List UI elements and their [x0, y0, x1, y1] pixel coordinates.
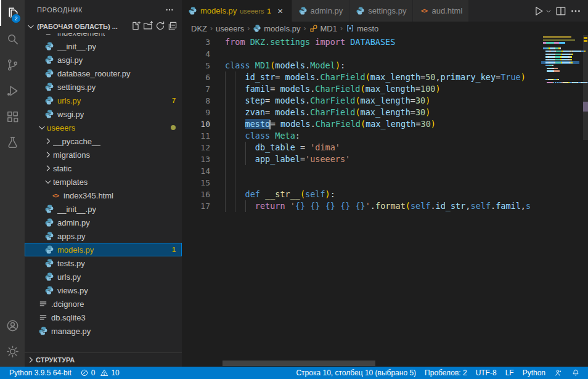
close-icon[interactable]: ×: [276, 6, 285, 16]
activity-item-explorer[interactable]: 2: [0, 0, 25, 26]
tree-item-label: apps.py: [57, 232, 86, 241]
tree-item-.dcignore[interactable]: .dcignore: [25, 297, 182, 311]
token: max_length: [361, 96, 410, 105]
tree-item-tests.py[interactable]: tests.py: [25, 256, 182, 270]
error-count: 0: [91, 369, 96, 377]
breadcrumb: DKZ›useeers›models.py›MD1›mesto: [182, 22, 588, 35]
line-number: 14: [182, 165, 210, 177]
tree-item-urls.py[interactable]: urls.py7: [25, 94, 182, 107]
tree-item-indexelement[interactable]: indexelement: [25, 33, 182, 39]
indent-guide: [225, 153, 226, 165]
tree-item-wsgi.py[interactable]: wsgi.py: [25, 107, 182, 121]
token: s: [526, 201, 531, 211]
code-line-11[interactable]: 11 class Meta:: [182, 130, 536, 142]
activity-item-testing[interactable]: [0, 129, 25, 155]
code-line-13[interactable]: 13 app_label='useeers': [182, 153, 536, 165]
indent-guide: [225, 130, 226, 142]
overview-ruler[interactable]: [583, 35, 588, 359]
breadcrumb-item-MD1[interactable]: MD1: [309, 24, 337, 33]
tree-item-__init__.py[interactable]: __init__.py: [25, 39, 182, 53]
token: ': [290, 201, 295, 211]
code-line-17[interactable]: 17 return '{} {} {} {} {}'.format(self.i…: [182, 200, 536, 212]
vertical-scrollbar-slider[interactable]: [583, 35, 588, 140]
split-editor-button[interactable]: [555, 5, 567, 17]
breadcrumb-item-mesto[interactable]: mesto: [346, 24, 378, 33]
tree-item-settings.py[interactable]: settings.py: [25, 80, 182, 94]
run-button[interactable]: [533, 5, 545, 17]
minimap[interactable]: [541, 35, 583, 359]
breadcrumb-item-models.py[interactable]: models.py: [253, 24, 300, 33]
refresh-icon[interactable]: [155, 20, 166, 31]
code-line-4[interactable]: 4: [182, 48, 536, 60]
tree-item-static[interactable]: static: [25, 161, 182, 175]
code-line-6[interactable]: 6 id_str= models.CharField(max_length=50…: [182, 71, 536, 83]
breadcrumb-item-useeers[interactable]: useeers: [216, 24, 244, 33]
warning-icon: [100, 369, 108, 377]
status-feedback[interactable]: [550, 367, 567, 379]
editor-group: models.pyuseeers1×admin.pysettings.py<>a…: [182, 0, 588, 367]
workspace-section-header[interactable]: (РАБОЧАЯ ОБЛАСТЬ) ...: [25, 20, 182, 33]
status-problems[interactable]: 010: [76, 367, 124, 379]
tab-aud.html[interactable]: <>aud.html: [413, 0, 469, 22]
tree-item-asgi.py[interactable]: asgi.py: [25, 53, 182, 67]
activity-item-run-and-debug[interactable]: [0, 78, 25, 104]
status-indentation[interactable]: Пробелов: 2: [420, 367, 472, 379]
tree-item-__pycache__[interactable]: __pycache__: [25, 134, 182, 148]
tree-item-index345.html[interactable]: <>index345.html: [25, 189, 182, 202]
code-line-14[interactable]: 14: [182, 165, 536, 177]
token: .: [305, 60, 310, 70]
new-folder-icon[interactable]: [142, 20, 153, 31]
tree-item-manage.py[interactable]: manage.py: [25, 324, 182, 338]
code-editor[interactable]: 3from DKZ.settings import DATABASES45cla…: [182, 35, 588, 367]
code-line-5[interactable]: 5class MD1(models.Model):: [182, 60, 536, 71]
tab-models.py[interactable]: models.pyuseeers1×: [182, 0, 292, 22]
more-actions-icon[interactable]: [165, 5, 174, 15]
breadcrumb-separator: ›: [247, 24, 250, 33]
token: ,: [521, 201, 526, 211]
tree-item-admin.py[interactable]: admin.py: [25, 216, 182, 229]
status-python-interpreter[interactable]: Python 3.9.5 64-bit: [5, 367, 76, 379]
status-cursor-position[interactable]: Строка 10, столбец 10 (выбрано 5): [292, 367, 420, 379]
code-line-10[interactable]: 10 mesto= models.CharField(max_length=30…: [182, 118, 536, 130]
tab-admin.py[interactable]: admin.py: [292, 0, 350, 22]
tree-item-db.sqlite3[interactable]: db.sqlite3: [25, 311, 182, 324]
new-file-icon[interactable]: [130, 20, 141, 31]
tree-item-templates[interactable]: templates: [25, 175, 182, 189]
code-line-12[interactable]: 12 db_table = 'dima': [182, 142, 536, 153]
tree-item-database_roouter.py[interactable]: database_roouter.py: [25, 67, 182, 80]
more-actions-button[interactable]: [570, 5, 582, 17]
code-line-9[interactable]: 9 zvan= models.CharField(max_length=30): [182, 107, 536, 118]
activity-item-extensions[interactable]: [0, 104, 25, 129]
code-line-3[interactable]: 3from DKZ.settings import DATABASES: [182, 36, 536, 48]
token: Meta: [275, 131, 295, 141]
tree-item-apps.py[interactable]: apps.py: [25, 229, 182, 243]
status-encoding[interactable]: UTF-8: [472, 367, 501, 379]
code-line-16[interactable]: 16 def __str__(self):: [182, 189, 536, 200]
tab-settings.py[interactable]: settings.py: [349, 0, 413, 22]
tree-item-urls.py[interactable]: urls.py: [25, 270, 182, 283]
tree-item-useeers[interactable]: useeers: [25, 121, 182, 134]
code-line-7[interactable]: 7 famil= models.CharField(max_length=100…: [182, 83, 536, 95]
horizontal-scrollbar-slider[interactable]: [223, 361, 375, 366]
run-dropdown-button[interactable]: [545, 7, 552, 15]
status-language-mode[interactable]: Python: [518, 367, 550, 379]
tree-item-views.py[interactable]: views.py: [25, 283, 182, 297]
tree-item-migrations[interactable]: migrations: [25, 148, 182, 161]
tree-item-models.py[interactable]: models.py1: [25, 243, 182, 256]
breadcrumb-item-DKZ[interactable]: DKZ: [191, 24, 207, 33]
code-line-8[interactable]: 8 step= models.CharField(max_length=30): [182, 95, 536, 107]
outline-section-header[interactable]: СТРУКТУРА: [25, 353, 182, 367]
activity-item-source-control[interactable]: [0, 52, 25, 78]
activity-item-manage[interactable]: [0, 338, 25, 364]
horizontal-scrollbar[interactable]: [182, 360, 536, 367]
status-notifications[interactable]: [567, 367, 584, 379]
activity-item-search[interactable]: [0, 26, 25, 52]
activity-item-accounts[interactable]: [0, 312, 25, 338]
token: (: [361, 84, 365, 94]
collapse-all-icon[interactable]: [167, 20, 178, 31]
line-number: 11: [182, 130, 210, 142]
status-eol[interactable]: LF: [501, 367, 518, 379]
code-line-15[interactable]: 15: [182, 177, 536, 189]
tree-item-__init__.py[interactable]: __init__.py: [25, 202, 182, 216]
problems-dot-badge: [171, 125, 176, 130]
